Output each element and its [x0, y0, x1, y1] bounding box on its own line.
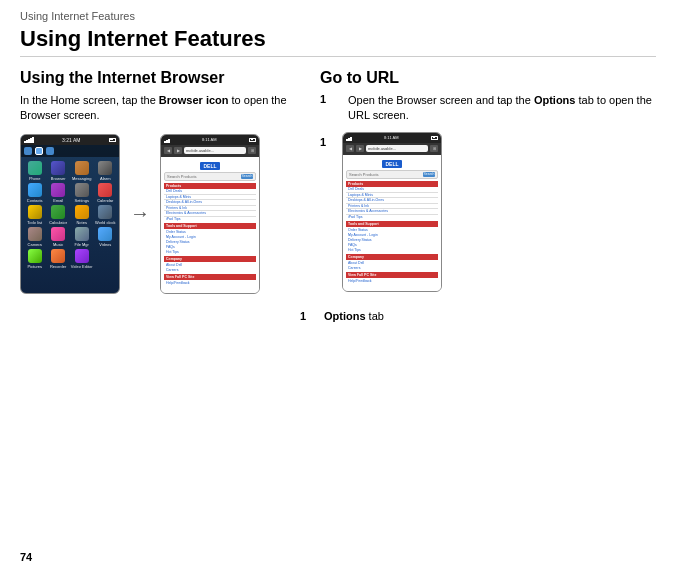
search-placeholder: Search Products: [167, 174, 241, 179]
home-status-bar: 3:21 AM: [21, 135, 119, 145]
app-filemgr: File Mgr: [71, 227, 93, 247]
link-hot-tips: Hot Tips: [164, 249, 256, 254]
calendar-icon: [98, 183, 112, 197]
bottom-labels: 1 Options tab: [20, 306, 656, 326]
recorder-icon: [51, 249, 65, 263]
search-bar: Search Products Search: [164, 172, 256, 181]
app-todo: Todo list: [24, 205, 45, 225]
page-container: Using Internet Features Using Internet F…: [0, 0, 676, 573]
app-camera: Camera: [24, 227, 45, 247]
browser-time-2: 8:11 AM: [352, 135, 432, 140]
browser2-battery-fill: [433, 137, 436, 138]
app-email: Email: [47, 183, 68, 203]
filemgr-label: File Mgr: [74, 242, 88, 247]
dell-logo-area-2: DELL: [346, 157, 438, 169]
content-area: Using the Internet Browser In the Home s…: [20, 69, 656, 294]
home-icon-3: [46, 147, 54, 155]
nav-bookmark-1: ⊞: [248, 147, 256, 154]
phone-screens-row: 3:21 AM Ph: [20, 134, 300, 294]
settings-label: Settings: [74, 198, 88, 203]
camera-icon: [28, 227, 42, 241]
dell-logo: DELL: [200, 162, 220, 170]
todo-label: Todo list: [27, 220, 42, 225]
videoeditor-label: Video Editor: [71, 264, 93, 269]
app-worldclock: World clock: [95, 205, 116, 225]
messaging-icon: [75, 161, 89, 175]
notes-icon: [75, 205, 89, 219]
right-section-title: Go to URL: [320, 69, 656, 87]
camera-label: Camera: [28, 242, 42, 247]
left-body-text: In the Home screen, tap the Browser icon…: [20, 93, 300, 124]
videos-label: Videos: [99, 242, 111, 247]
settings-icon: [75, 183, 89, 197]
link2-help-feedback: Help/Feedback: [346, 278, 438, 283]
alarm-icon: [98, 161, 112, 175]
alarm-label: Alarm: [100, 176, 110, 181]
app-contacts: Contacts: [24, 183, 45, 203]
todo-icon: [28, 205, 42, 219]
browser-label: Browser: [51, 176, 66, 181]
browser-time-1: 8:11 AM: [170, 137, 250, 142]
step-1: 1 Open the Browser screen and tap the Op…: [320, 93, 656, 124]
label-options-tab: 1 Options tab: [300, 310, 656, 322]
browser2-battery: [431, 136, 438, 140]
contacts-icon: [28, 183, 42, 197]
battery-icon: [109, 138, 116, 142]
app-calculator: Calculator: [47, 205, 68, 225]
pictures-icon: [28, 249, 42, 263]
page-number: 74: [20, 551, 32, 563]
link-help-feedback: Help/Feedback: [164, 280, 256, 285]
app-phone: Phone: [24, 161, 45, 181]
music-icon: [51, 227, 65, 241]
label-number-1: 1: [300, 310, 316, 322]
music-label: Music: [53, 242, 63, 247]
options-bold-text: Options: [534, 94, 576, 106]
step-num-overlay-1: 1: [320, 136, 334, 148]
notes-label: Notes: [76, 220, 86, 225]
options-tab-suffix: tab: [366, 310, 384, 322]
recorder-label: Recorder: [50, 264, 66, 269]
app-pictures: Pictures: [24, 249, 45, 269]
nav-back-1: ◀: [164, 147, 172, 154]
right-labels: 1 Options tab: [300, 310, 656, 326]
url-bar-2: mobile.usable...: [366, 145, 428, 152]
app-calendar: Calendar: [95, 183, 116, 203]
nav-forward-1: ▶: [174, 147, 182, 154]
step-1-content: Open the Browser screen and tap the Opti…: [348, 93, 656, 124]
page-header: Using Internet Features: [20, 10, 656, 22]
search-bar-2: Search Products Search: [346, 170, 438, 179]
home-screen-phone: 3:21 AM Ph: [20, 134, 120, 294]
body-text-1: In the Home screen, tap the: [20, 94, 159, 106]
link2-ipad: iPad Tips: [346, 214, 438, 219]
battery-fill: [110, 139, 113, 140]
link-careers: Careers: [164, 267, 256, 272]
link2-careers: Careers: [346, 265, 438, 270]
products-header-text-2: Products: [348, 182, 363, 186]
support-header-text-2: Tools and Support: [348, 222, 379, 226]
nav-forward-2: ▶: [356, 145, 364, 152]
pictures-label: Pictures: [27, 264, 41, 269]
link-ipad: iPad Tips: [164, 216, 256, 221]
browser-content-2: DELL Search Products Search Products Del…: [343, 155, 441, 291]
search-button-2: Search: [423, 172, 435, 177]
contacts-label: Contacts: [27, 198, 43, 203]
fullsite-text-2: View Full PC Site: [348, 273, 376, 277]
left-column: Using the Internet Browser In the Home s…: [20, 69, 300, 294]
home-icon-selected: [35, 147, 43, 155]
worldclock-label: World clock: [95, 220, 116, 225]
fullsite-text: View Full PC Site: [166, 275, 194, 279]
search-button: Search: [241, 174, 253, 179]
home-top-bar: [21, 145, 119, 157]
signal-bar-5: [32, 137, 34, 143]
app-browser: Browser: [47, 161, 68, 181]
browser-status-bar-1: 8:11 AM: [161, 135, 259, 145]
label-text-1: Options tab: [324, 310, 384, 322]
browser-screen-1: 8:11 AM ◀ ▶ mobile.usable... ⊞ DELL: [160, 134, 260, 294]
browser-battery-fill: [251, 139, 254, 140]
company-text-2: Company: [348, 255, 364, 259]
options-tab-bold: Options: [324, 310, 366, 322]
app-grid: Phone Browser Messaging Alarm: [21, 157, 119, 273]
browser-icon: [51, 161, 65, 175]
app-videos: Videos: [95, 227, 116, 247]
phone-icon: [28, 161, 42, 175]
